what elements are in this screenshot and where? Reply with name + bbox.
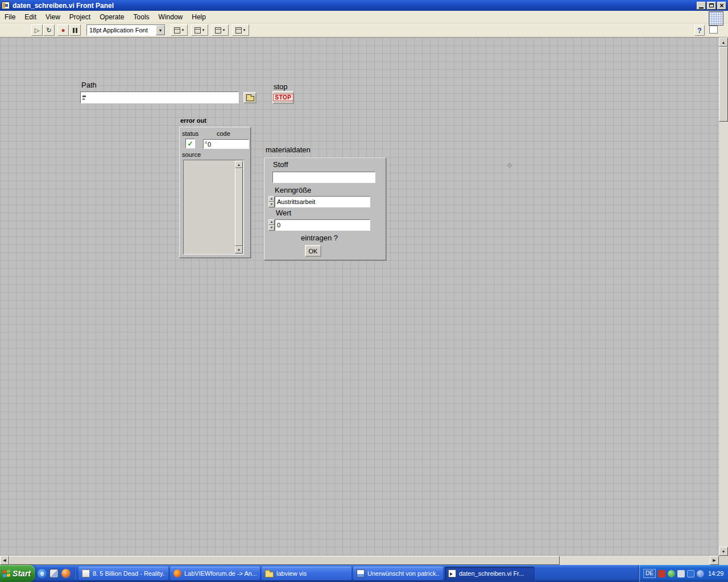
- wert-spinner[interactable]: ▲ ▼: [268, 219, 275, 231]
- menubar: File Edit View Project Operate Tools Win…: [0, 11, 728, 23]
- increment-icon[interactable]: ▲: [268, 196, 275, 202]
- font-selector-value: 18pt Application Font: [87, 27, 156, 34]
- decrement-icon[interactable]: ▼: [268, 202, 275, 207]
- connector-pane[interactable]: [709, 26, 718, 34]
- labview-icon: [448, 569, 456, 577]
- kenngroesse-ring[interactable]: [275, 196, 370, 207]
- kenngroesse-spinner[interactable]: ▲ ▼: [268, 196, 275, 207]
- show-desktop-icon[interactable]: [49, 569, 59, 578]
- scrollbar-thumb[interactable]: [719, 47, 728, 122]
- restore-button[interactable]: [707, 2, 716, 10]
- start-button-label: Start: [13, 569, 31, 578]
- stoff-control[interactable]: [272, 172, 375, 183]
- align-objects-icon: [174, 27, 180, 34]
- check-icon: ✓: [187, 140, 193, 148]
- path-control[interactable]: [80, 92, 239, 103]
- scroll-right-button[interactable]: ▶: [710, 556, 719, 565]
- code-value: 0: [208, 141, 211, 148]
- wert-label: Wert: [276, 209, 291, 217]
- run-button[interactable]: ▷: [31, 24, 43, 36]
- vertical-scrollbar[interactable]: ▲ ▼: [719, 38, 728, 556]
- scroll-up-button[interactable]: ▲: [719, 38, 728, 47]
- help-icon: ?: [697, 27, 701, 35]
- language-indicator[interactable]: DE: [643, 569, 656, 578]
- resize-objects-button[interactable]: ▼: [212, 24, 229, 36]
- ok-button[interactable]: OK: [305, 245, 321, 257]
- task-button-labview-vis[interactable]: labview vis: [262, 567, 351, 580]
- task-button-daten-schreiben[interactable]: daten_schreiben.vi Fr...: [445, 567, 535, 580]
- start-button[interactable]: Start: [0, 565, 35, 582]
- document-icon: [82, 569, 90, 577]
- source-indicator[interactable]: ▲ ▼: [183, 160, 244, 255]
- menu-item-help[interactable]: Help: [187, 11, 210, 23]
- internet-explorer-icon[interactable]: e: [38, 569, 47, 578]
- context-help-button[interactable]: ?: [694, 25, 705, 36]
- source-label: source: [182, 151, 201, 158]
- tray-icon-2[interactable]: [668, 570, 675, 577]
- stop-button[interactable]: STOP: [272, 91, 294, 104]
- menu-item-operate[interactable]: Operate: [95, 11, 129, 23]
- windows-flag-icon: [3, 569, 10, 577]
- horizontal-scrollbar[interactable]: ◀ ▶: [0, 556, 719, 565]
- close-button[interactable]: ×: [717, 2, 726, 10]
- vi-icon[interactable]: [709, 11, 723, 26]
- menu-item-project[interactable]: Project: [65, 11, 95, 23]
- task-label: labview vis: [276, 570, 307, 577]
- menu-item-window[interactable]: Window: [154, 11, 188, 23]
- labview-app-icon: [2, 2, 10, 9]
- wert-control[interactable]: [275, 219, 370, 231]
- scrollbar-thumb[interactable]: [235, 168, 243, 246]
- tray-icon-5[interactable]: [697, 570, 704, 577]
- tray-icon-1[interactable]: [658, 570, 665, 577]
- increment-icon[interactable]: ▲: [268, 219, 275, 225]
- titlebar[interactable]: daten_schreiben.vi Front Panel ×: [0, 0, 728, 11]
- task-button-billion-dead[interactable]: 8. 5 Billion Dead - Reality...: [78, 567, 168, 580]
- kenngroesse-input[interactable]: [275, 197, 370, 207]
- quick-launch: e: [38, 565, 76, 582]
- chevron-down-icon[interactable]: ▼: [156, 25, 165, 35]
- align-objects-button[interactable]: ▼: [171, 24, 188, 36]
- decrement-icon[interactable]: ▼: [268, 225, 275, 231]
- run-continuously-button[interactable]: ↻: [43, 24, 55, 36]
- task-button-labviewforum[interactable]: LabVIEWforum.de -> An...: [170, 567, 260, 580]
- abort-button[interactable]: ●: [57, 24, 69, 36]
- task-label: 8. 5 Billion Dead - Reality...: [93, 570, 165, 577]
- path-label: Path: [81, 81, 97, 89]
- font-selector[interactable]: 18pt Application Font ▼: [86, 24, 166, 36]
- reorder-objects-icon: [235, 27, 242, 34]
- distribute-objects-button[interactable]: ▼: [191, 24, 208, 36]
- task-button-unerwuenscht[interactable]: Unerwünscht von patrick...: [353, 567, 443, 580]
- wert-input[interactable]: [275, 220, 370, 230]
- task-label: Unerwünscht von patrick...: [367, 570, 440, 577]
- run-icon: ▷: [35, 27, 39, 34]
- folder-icon: [246, 96, 254, 101]
- menu-item-file[interactable]: File: [0, 11, 20, 23]
- system-tray: DE 14:29: [638, 565, 728, 582]
- scroll-down-button[interactable]: ▼: [235, 246, 243, 253]
- radix-icon: d: [205, 140, 207, 145]
- chevron-down-icon: ▼: [181, 28, 185, 32]
- media-player-icon[interactable]: [61, 569, 71, 578]
- chevron-down-icon: ▼: [222, 28, 226, 32]
- pause-button[interactable]: [69, 24, 81, 36]
- code-indicator[interactable]: d 0: [203, 139, 249, 149]
- scroll-left-button[interactable]: ◀: [0, 556, 9, 565]
- path-input[interactable]: [86, 92, 238, 103]
- tray-icon-3[interactable]: [677, 570, 685, 577]
- menu-item-edit[interactable]: Edit: [20, 11, 41, 23]
- scroll-down-button[interactable]: ▼: [719, 547, 728, 556]
- reorder-objects-button[interactable]: ▼: [232, 24, 249, 36]
- menu-item-tools[interactable]: Tools: [129, 11, 154, 23]
- stoff-input[interactable]: [273, 172, 375, 182]
- up-arrow-icon: ▲: [237, 163, 241, 167]
- chevron-down-icon: ▼: [243, 28, 246, 32]
- path-symbol-icon: [82, 94, 86, 101]
- browse-button[interactable]: [243, 92, 257, 103]
- status-checkbox[interactable]: ✓: [185, 139, 195, 148]
- scrollbar-thumb[interactable]: [9, 556, 560, 565]
- scroll-up-button[interactable]: ▲: [235, 161, 243, 168]
- down-arrow-icon: ▼: [722, 550, 726, 554]
- tray-icon-4[interactable]: [687, 570, 694, 577]
- menu-item-view[interactable]: View: [41, 11, 65, 23]
- minimize-button[interactable]: [697, 2, 706, 10]
